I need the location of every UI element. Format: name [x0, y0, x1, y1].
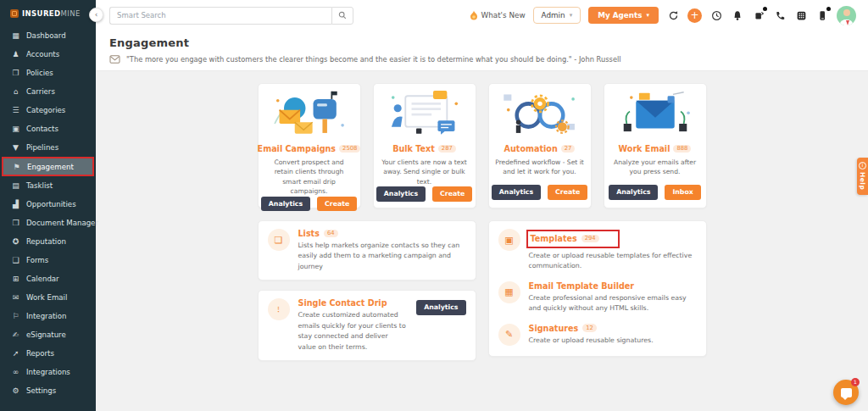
sidebar-item-label: eSignature [26, 330, 66, 339]
create-button[interactable]: Create [317, 197, 357, 212]
sidebar-item-engagement[interactable]: ⚑Engagement [2, 157, 94, 176]
sidebar-item-policies[interactable]: ❐Policies [0, 64, 96, 82]
search-button[interactable] [331, 7, 353, 25]
sidebar-item-document-manager[interactable]: ❒Document Manager [0, 214, 96, 232]
whats-new-label: What's New [481, 11, 525, 19]
analytics-button[interactable]: Analytics [261, 197, 310, 212]
quote-row: "The more you engage with customers the … [109, 54, 854, 64]
work-email-icon: ✉ [11, 293, 20, 302]
card-buttons: Analytics Create [492, 185, 587, 200]
templates-title[interactable]: Templates [531, 234, 577, 243]
notifications-button[interactable] [731, 8, 744, 22]
analytics-button[interactable]: Analytics [492, 185, 541, 200]
engagement-cards-row: Email Campaigns 2508 Convert prospect an… [96, 83, 868, 208]
sidebar-item-esignature[interactable]: ✍eSignature [0, 325, 96, 344]
admin-label: Admin [542, 11, 565, 19]
sidebar: INSUREDMINE ▦Dashboard ♟Accounts ❐Polici… [0, 0, 96, 411]
count-badge: 12 [582, 324, 597, 332]
create-button[interactable]: Create [548, 185, 587, 200]
analytics-button[interactable]: Analytics [416, 300, 465, 315]
sidebar-item-integrations[interactable]: ∞Integrations [0, 363, 96, 381]
sidebar-item-integration[interactable]: ⚐Integration [0, 307, 96, 325]
sidebar-item-contacts[interactable]: ▣Contacts [0, 119, 96, 138]
my-agents-label: My Agents [598, 11, 642, 19]
sidebar-item-carriers[interactable]: ⌂Carriers [0, 82, 96, 101]
card-title[interactable]: Automation [504, 144, 558, 153]
bulk-text-illustration [379, 90, 470, 141]
sidebar-collapse-button[interactable]: ‹ [89, 8, 103, 22]
user-avatar[interactable] [837, 6, 856, 25]
card-title[interactable]: Work Email [619, 144, 670, 153]
sidebar-item-label: Reports [26, 349, 54, 358]
help-tab[interactable]: i Help [857, 158, 868, 195]
dialpad-button[interactable] [794, 8, 808, 22]
whats-new-link[interactable]: What's New [470, 10, 525, 20]
my-agents-button[interactable]: My Agents ▾ [588, 7, 659, 24]
sidebar-item-reports[interactable]: ➚Reports [0, 344, 96, 363]
sidebar-item-label: Document Manager [26, 219, 98, 227]
builder-title-row: Email Template Builder [529, 281, 697, 291]
lists-main: Lists 64 Lists help markets organize con… [298, 229, 466, 272]
sidebar-item-settings[interactable]: ⚙Settings [0, 381, 96, 400]
analytics-button[interactable]: Analytics [376, 186, 426, 202]
single-contact-drip-title[interactable]: Single Contact Drip [298, 298, 387, 308]
templates-description: Create or upload reusable templates for … [529, 251, 697, 272]
sidebar-item-dashboard[interactable]: ▦Dashboard [0, 26, 96, 45]
sidebar-item-label: Work Email [26, 293, 67, 302]
notification-dot [826, 7, 831, 11]
sidebar-item-label: Categories [26, 106, 65, 114]
create-button[interactable]: Create [432, 186, 472, 202]
engagement-icon: ⚑ [12, 163, 21, 171]
lower-left-column: ❏ Lists 64 Lists help markets organize c… [258, 220, 476, 361]
sidebar-item-calendar[interactable]: ⊞Calendar [0, 269, 96, 288]
email-template-builder-icon: ▦ [498, 281, 520, 303]
integration-icon: ⚐ [11, 312, 20, 320]
signatures-title[interactable]: Signatures [529, 324, 579, 333]
dashboard-icon: ▦ [11, 31, 20, 40]
phone-button[interactable] [773, 8, 787, 22]
settings-icon: ⚙ [11, 386, 20, 395]
search-input[interactable] [109, 7, 331, 25]
history-button[interactable] [709, 8, 723, 22]
sidebar-item-accounts[interactable]: ♟Accounts [0, 45, 96, 64]
insuredmine-logo[interactable]: INSUREDMINE [0, 0, 96, 26]
card-title[interactable]: Email Campaigns [258, 144, 337, 153]
mobile-app-button[interactable] [815, 8, 829, 22]
count-badge: 2508 [339, 145, 360, 153]
document-manager-icon: ❒ [11, 219, 20, 227]
sidebar-item-categories[interactable]: ☰Categories [0, 101, 96, 119]
email-template-builder-title[interactable]: Email Template Builder [529, 281, 635, 291]
sidebar-item-label: Integrations [26, 368, 70, 376]
pipelines-icon: ▼ [11, 143, 20, 152]
refresh-button[interactable] [666, 8, 680, 22]
card-title[interactable]: Bulk Text [392, 144, 435, 153]
refresh-icon [668, 10, 679, 21]
analytics-button[interactable]: Analytics [609, 185, 658, 200]
chat-widget-button[interactable]: 1 [833, 380, 859, 405]
lists-title[interactable]: Lists [298, 229, 320, 238]
lower-section: ❏ Lists 64 Lists help markets organize c… [96, 220, 868, 361]
sidebar-item-pipelines[interactable]: ▼Pipelines [0, 138, 96, 157]
card-title-row: Bulk Text 287 [392, 144, 456, 153]
insuredmine-logo-icon [10, 9, 19, 18]
sidebar-item-forms[interactable]: ❑Forms [0, 251, 96, 269]
accounts-icon: ♟ [11, 50, 20, 58]
call-forward-button[interactable] [752, 8, 765, 22]
single-contact-drip-card: ⁝ Single Contact Drip Create customized … [258, 290, 476, 361]
sidebar-item-opportunities[interactable]: ▟Opportunities [0, 195, 96, 214]
sidebar-item-tasklist[interactable]: ▤Tasklist [0, 176, 96, 195]
templates-row: ▣ Templates 294 Create or upload reusabl… [489, 221, 706, 280]
bell-icon [732, 10, 743, 21]
sidebar-item-work-email[interactable]: ✉Work Email [0, 288, 96, 307]
sidebar-item-reputation[interactable]: ✪Reputation [0, 232, 96, 251]
content-area: Email Campaigns 2508 Convert prospect an… [96, 71, 868, 411]
add-button[interactable]: + [687, 8, 702, 23]
smart-search [109, 7, 353, 25]
admin-dropdown[interactable]: Admin ▾ [533, 7, 581, 24]
lists-icon: ❏ [268, 229, 290, 251]
inbox-button[interactable]: Inbox [665, 185, 700, 200]
drip-main: Single Contact Drip Create customized au… [298, 298, 409, 353]
esignature-icon: ✍ [11, 330, 20, 339]
main-area: What's New Admin ▾ My Agents ▾ + [96, 0, 868, 411]
signatures-title-row: Signatures 12 [529, 324, 697, 333]
